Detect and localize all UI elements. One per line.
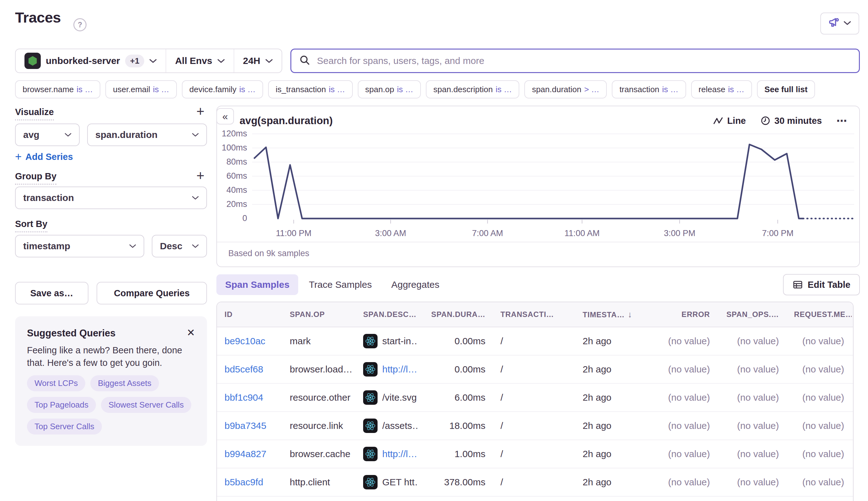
chart-interval-control[interactable]: 30 minutes <box>760 116 822 126</box>
close-icon[interactable]: ✕ <box>187 328 195 338</box>
timestamp-value[interactable]: 2h ago <box>583 420 612 431</box>
column-header-label: TIMESTA… <box>583 310 625 319</box>
column-header-transaction[interactable]: TRANSACTI… <box>493 310 575 319</box>
filter-chip[interactable]: user.emailis … <box>105 80 177 98</box>
table-row[interactable]: bbf1c904resource.other/vite.svg6.00ms/2h… <box>217 384 853 412</box>
filter-chip-key: span.op <box>365 85 394 94</box>
timestamp-value[interactable]: 2h ago <box>583 477 612 488</box>
date-range-selector[interactable]: 24H <box>234 49 282 72</box>
span-id-link[interactable]: b9ba7345 <box>224 420 266 431</box>
tab-aggregates[interactable]: Aggregates <box>383 274 448 295</box>
cell-transaction: / <box>493 392 575 403</box>
span-id-link[interactable]: bbf1c904 <box>224 392 263 403</box>
span-id-link[interactable]: b994a827 <box>224 449 266 459</box>
suggested-query-pill[interactable]: Slowest Server Calls <box>101 397 191 413</box>
transaction-value: / <box>500 420 503 431</box>
filter-chip-operator: is … <box>397 85 413 94</box>
column-header-label: SPAN.DESC… <box>363 310 416 319</box>
column-header-span_ops[interactable]: SPAN_OPS.… <box>718 310 786 319</box>
chart-type-control[interactable]: Line <box>713 116 746 126</box>
chevron-down-icon <box>844 21 851 26</box>
filter-chip[interactable]: span.descriptionis … <box>426 80 519 98</box>
group-by-select[interactable]: transaction <box>15 186 207 209</box>
timestamp-value[interactable]: 2h ago <box>583 392 612 403</box>
sort-by-heading: Sort By <box>15 219 47 232</box>
column-header-error[interactable]: ERROR <box>647 310 718 319</box>
table-row[interactable]: b9ba7345resource.link/assets…18.00ms/2h … <box>217 412 853 440</box>
cell-timestamp: 2h ago <box>575 336 647 347</box>
edit-table-button[interactable]: Edit Table <box>783 274 860 295</box>
collapse-sidebar-button[interactable]: « <box>216 108 234 125</box>
suggested-query-pill[interactable]: Worst LCPs <box>27 375 85 391</box>
span-description-value[interactable]: http://l… <box>382 449 417 459</box>
add-series-label: Add Series <box>25 152 73 162</box>
react-icon <box>363 334 378 348</box>
column-header-label: ERROR <box>681 310 710 319</box>
span-op-value: http.client <box>290 477 330 487</box>
table-row[interactable]: be9c10acmarkstart-in…0.00ms/2h ago(no va… <box>217 327 853 355</box>
column-header-span_description[interactable]: SPAN.DESC… <box>356 310 418 319</box>
environment-selector[interactable]: All Envs <box>166 49 233 72</box>
filter-chip[interactable]: is_transactionis … <box>268 80 352 98</box>
column-header-request_method[interactable]: REQUEST.ME… <box>786 310 852 319</box>
chart-overflow-menu-icon[interactable]: ⋯ <box>836 115 848 127</box>
suggested-query-pill[interactable]: Biggest Assets <box>90 375 159 391</box>
span-op-value: mark <box>290 336 311 346</box>
search-bar <box>290 49 860 73</box>
filter-chip-operator: is … <box>153 85 169 94</box>
span-description-value[interactable]: http://l… <box>382 364 417 375</box>
sort-direction-select[interactable]: Desc <box>152 235 207 257</box>
whats-new-button[interactable] <box>821 12 859 34</box>
search-icon <box>299 55 310 67</box>
compare-queries-button[interactable]: Compare Queries <box>97 282 207 305</box>
column-header-timestamp[interactable]: TIMESTA…↓ <box>575 310 647 319</box>
cell-span_duration: 0.00ms <box>418 364 493 375</box>
tab-span-samples[interactable]: Span Samples <box>216 274 298 295</box>
column-header-id[interactable]: ID <box>217 310 282 319</box>
save-as-button[interactable]: Save as… <box>15 282 88 305</box>
aggregate-select[interactable]: avg <box>15 124 80 146</box>
project-selector[interactable]: ⬢ unborked-server +1 <box>16 49 166 72</box>
filter-chip[interactable]: releaseis … <box>691 80 752 98</box>
add-series-button[interactable]: + Add Series <box>15 150 207 163</box>
group-by-section-header: Group By + <box>15 171 207 185</box>
sort-field-select[interactable]: timestamp <box>15 235 144 257</box>
add-visualize-icon[interactable]: + <box>196 104 204 118</box>
span-id-link[interactable]: b5bac9fd <box>224 477 263 487</box>
span-id-link[interactable]: be9c10ac <box>224 336 265 346</box>
aggregate-value: avg <box>23 129 40 140</box>
search-input[interactable] <box>316 55 851 66</box>
cell-request_method: (no value) <box>786 392 852 403</box>
table-row[interactable]: bd5cef68browser.load…http://l…0.00ms/2h … <box>217 355 853 384</box>
field-select[interactable]: span.duration <box>87 124 207 146</box>
filter-chip[interactable]: span.duration> … <box>524 80 607 98</box>
see-full-list-button[interactable]: See full list <box>757 80 815 98</box>
table-row[interactable]: b994a827browser.cachehttp://l…1.00ms/2h … <box>217 440 853 468</box>
cell-timestamp: 2h ago <box>575 449 647 459</box>
timestamp-value[interactable]: 2h ago <box>583 364 612 375</box>
span-id-link[interactable]: bd5cef68 <box>224 364 263 374</box>
table-row[interactable]: b41bfb26resource.ifra…https://…276.00ms/… <box>217 497 853 501</box>
line-chart-svg <box>252 131 854 225</box>
table-row[interactable]: b5bac9fdhttp.clientGET htt…378.00ms/2h a… <box>217 468 853 497</box>
error-value: (no value) <box>668 364 710 374</box>
timestamp-value[interactable]: 2h ago <box>583 449 612 459</box>
filter-chip[interactable]: span.opis … <box>358 80 421 98</box>
suggested-query-pill[interactable]: Top Server Calls <box>27 418 102 435</box>
add-group-by-icon[interactable]: + <box>196 169 204 182</box>
tab-trace-samples[interactable]: Trace Samples <box>300 274 381 295</box>
megaphone-icon <box>828 17 840 30</box>
table-header-row: IDSPAN.OPSPAN.DESC…SPAN.DURA…TRANSACTI…T… <box>217 302 853 327</box>
filter-bar: ⬢ unborked-server +1 All Envs 24H <box>15 49 860 73</box>
filter-chip[interactable]: device.familyis … <box>182 80 263 98</box>
help-icon[interactable]: ? <box>73 18 86 31</box>
filter-chip[interactable]: transactionis … <box>612 80 686 98</box>
suggested-query-pill[interactable]: Top Pageloads <box>27 397 96 413</box>
column-header-span_op[interactable]: SPAN.OP <box>282 310 356 319</box>
timestamp-value[interactable]: 2h ago <box>583 336 612 347</box>
column-header-span_duration[interactable]: SPAN.DURA… <box>418 310 493 319</box>
column-header-label: SPAN.OP <box>290 310 325 319</box>
chart-panel: « avg(span.duration) Line 30 minutes ⋯ 1… <box>216 106 860 267</box>
filter-chip[interactable]: browser.nameis … <box>15 80 100 98</box>
transaction-value: / <box>500 364 503 374</box>
